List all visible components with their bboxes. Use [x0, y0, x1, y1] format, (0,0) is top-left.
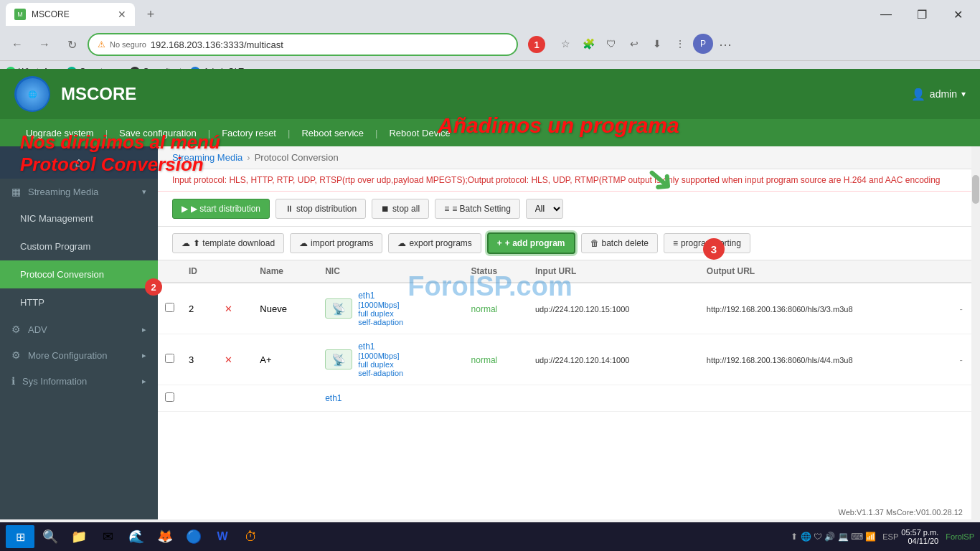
sidebar-home-button[interactable]: ⌂ [0, 146, 158, 179]
taskbar-circle-app[interactable]: 🔵 [181, 524, 207, 550]
status-badge: normal [471, 355, 498, 365]
reload-button[interactable]: ↻ [60, 33, 83, 56]
star-icon[interactable]: ☆ [555, 34, 575, 54]
export-programs-button[interactable]: ☁ export programs [388, 233, 481, 253]
apps-icon[interactable]: ⋮ [670, 34, 690, 54]
word-icon: W [217, 530, 227, 543]
sidebar-streaming-media-group[interactable]: ▦ Streaming Media ▾ [0, 179, 158, 204]
maximize-button[interactable]: ❐ [905, 3, 938, 26]
close-button[interactable]: ✕ [941, 3, 974, 26]
download-icon[interactable]: ⬇ [647, 34, 667, 54]
factory-reset-link[interactable]: Factory reset [210, 128, 288, 138]
grid-icon: ▦ [11, 186, 21, 197]
step3-badge: 3 [703, 238, 725, 260]
taskbar-mail[interactable]: ✉ [95, 524, 121, 550]
stop-icon: ⏹ [381, 204, 390, 214]
tab-close-button[interactable]: ✕ [118, 9, 126, 20]
sys-information-label: Sys Information [22, 376, 87, 387]
breadcrumb-separator: › [247, 152, 250, 163]
nic-adaption: self-adaption [358, 369, 403, 377]
row-checkbox[interactable] [165, 303, 174, 312]
info-icon: ℹ [11, 375, 15, 387]
col-name: Name [253, 260, 318, 283]
template-download-button[interactable]: ☁ ⬆ template download [172, 233, 284, 253]
sidebar-adv-group[interactable]: ⚙ ADV ▸ [0, 316, 158, 342]
sidebar-item-custom-program[interactable]: Custom Program [0, 232, 158, 260]
refresh-icon[interactable]: ↩ [624, 34, 644, 54]
admin-username: admin [930, 88, 957, 100]
browser-menu-button[interactable]: ⋯ [716, 34, 735, 55]
top-navigation: Upgrade system | Save configuration | Fa… [0, 119, 980, 146]
scrollbar-thumb[interactable] [972, 175, 979, 204]
reboot-service-link[interactable]: Reboot service [290, 128, 375, 138]
admin-dropdown-arrow[interactable]: ▾ [961, 89, 966, 99]
stream-device-icon: 📡 [325, 349, 352, 369]
col-status: Status [464, 260, 528, 283]
taskbar-timer[interactable]: ⏱ [238, 524, 264, 550]
row-delete-cell[interactable]: ✕ [217, 334, 253, 385]
sidebar-sys-information-group[interactable]: ℹ Sys Information ▸ [0, 368, 158, 394]
user-icon: 👤 [911, 88, 925, 101]
breadcrumb-streaming-media[interactable]: Streaming Media [172, 152, 242, 163]
upgrade-system-link[interactable]: Upgrade system [14, 128, 105, 138]
taskbar-edge[interactable]: 🌊 [123, 524, 149, 550]
secondary-toolbar: ☁ ⬆ template download ☁ import programs … [158, 227, 980, 260]
list-icon: ≡ [444, 204, 449, 214]
row-checkbox-cell[interactable] [158, 385, 182, 412]
import-programs-button[interactable]: ☁ import programs [290, 233, 382, 253]
sidebar-item-protocol-conversion[interactable]: Protocol Conversion [0, 260, 158, 288]
http-label: HTTP [20, 297, 44, 308]
more-config-arrow: ▸ [142, 351, 146, 360]
action-toolbar: ▶ ▶ start distribution ⏸ stop distributi… [158, 192, 980, 227]
save-configuration-link[interactable]: Save configuration [108, 128, 208, 138]
table-row: 2 ✕ Nueve 📡 eth1 [158, 283, 980, 334]
folder-icon: 📁 [71, 529, 87, 545]
scrollbar-track[interactable] [971, 146, 980, 519]
batch-delete-button[interactable]: 🗑 batch delete [581, 233, 658, 253]
search-icon: 🔍 [42, 529, 58, 545]
row-checkbox-cell[interactable] [158, 334, 182, 385]
start-distribution-button[interactable]: ▶ ▶ start distribution [172, 199, 270, 219]
reboot-device-link[interactable]: Reboot Device [377, 128, 461, 138]
extensions-icon[interactable]: 🧩 [578, 34, 598, 54]
input-url: udp://224.120.120.14:1000 [535, 356, 630, 364]
start-button[interactable]: ⊞ [6, 525, 34, 548]
forward-button[interactable]: → [33, 33, 56, 56]
add-program-button[interactable]: + + add program [487, 232, 575, 254]
breadcrumb: Streaming Media › Protocol Conversion [158, 146, 980, 169]
sidebar-item-http[interactable]: HTTP [0, 288, 158, 316]
filter-select[interactable]: All [526, 199, 563, 219]
back-button[interactable]: ← [6, 33, 29, 56]
row-input-url-cell: udp://224.120.120.14:1000 [528, 334, 699, 385]
warning-text: Input protocol: HLS, HTTP, RTP, UDP, RTS… [172, 175, 941, 185]
taskbar-search[interactable]: 🔍 [37, 524, 63, 550]
stop-distribution-button[interactable]: ⏸ stop distribution [275, 199, 366, 219]
timer-icon: ⏱ [245, 529, 258, 545]
taskbar-file-explorer[interactable]: 📁 [66, 524, 92, 550]
row-delete-cell[interactable]: ✕ [217, 283, 253, 334]
row-status-cell: normal [464, 334, 528, 385]
row-nic-cell: 📡 eth1 [1000Mbps] full duplex self-adapt… [318, 334, 463, 385]
new-tab-button[interactable]: + [141, 4, 161, 24]
row-dash: - [960, 354, 963, 365]
taskbar-firefox[interactable]: 🦊 [152, 524, 178, 550]
profile-avatar[interactable]: P [693, 34, 713, 54]
minimize-button[interactable]: — [870, 3, 903, 26]
batch-setting-button[interactable]: ≡ ≡ Batch Setting [435, 199, 520, 219]
url-text[interactable]: 192.168.203.136:3333/multicast [151, 39, 508, 50]
row-checkbox[interactable] [165, 354, 174, 363]
nic-name: eth1 [325, 393, 341, 403]
stop-all-button[interactable]: ⏹ stop all [372, 199, 429, 219]
nic-name: eth1 [358, 291, 403, 301]
address-bar[interactable]: ⚠ No seguro 192.168.203.136:3333/multica… [88, 33, 518, 56]
security-label: No seguro [110, 40, 146, 49]
language-indicator: ESP [882, 532, 898, 541]
edge-icon: 🌊 [128, 529, 144, 545]
nic-duplex: full duplex [358, 309, 403, 318]
taskbar-word[interactable]: W [209, 524, 235, 550]
sidebar-item-nic-management[interactable]: NIC Management [0, 204, 158, 232]
browser-tab[interactable]: M MSCORE ✕ [6, 3, 135, 26]
row-checkbox[interactable] [165, 392, 174, 402]
shield-icon[interactable]: 🛡 [601, 34, 621, 54]
sidebar-more-config-group[interactable]: ⚙ More Configuration ▸ [0, 342, 158, 368]
